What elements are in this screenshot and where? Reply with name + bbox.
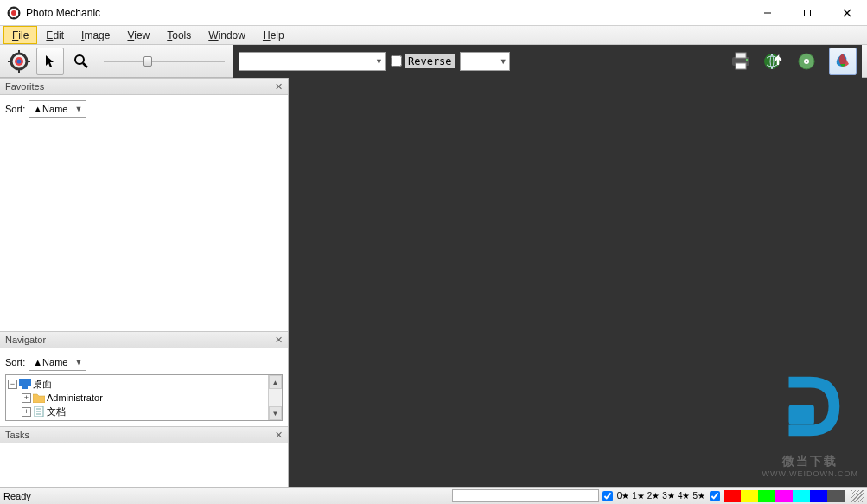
color-swirl-icon xyxy=(833,52,852,71)
zoom-tool-button[interactable] xyxy=(67,48,95,75)
globe-upload-icon xyxy=(763,51,784,72)
tree-label: Administrator xyxy=(47,392,103,403)
status-text: Ready xyxy=(3,491,38,501)
svg-rect-11 xyxy=(8,61,11,62)
navigator-sort-select[interactable]: ▲Name ▼ xyxy=(29,354,86,371)
scroll-up-icon[interactable]: ▲ xyxy=(269,375,282,389)
reverse-toggle[interactable]: Reverse xyxy=(391,54,455,68)
print-button[interactable] xyxy=(727,48,755,75)
titlebar: Photo Mechanic xyxy=(0,0,867,26)
color-swatch-cyan[interactable] xyxy=(793,490,810,502)
maximize-button[interactable] xyxy=(787,0,827,26)
svg-rect-25 xyxy=(22,386,28,389)
folder-icon xyxy=(33,392,45,403)
upload-button[interactable] xyxy=(760,48,787,75)
tree-row-docs[interactable]: + 文档 xyxy=(8,405,280,418)
rating-filter[interactable]: 0★ 1★ 2★ 3★ 4★ 5★ xyxy=(616,491,706,501)
tree-row-desktop[interactable]: − 桌面 xyxy=(8,377,280,391)
navigator-sort-value: ▲Name xyxy=(33,357,67,367)
rating-2[interactable]: 2★ xyxy=(647,491,661,501)
favorites-sort-select[interactable]: ▲Name ▼ xyxy=(29,100,86,118)
tree-scrollbar[interactable]: ▲ ▼ xyxy=(268,375,282,420)
color-swatch-gray[interactable] xyxy=(827,490,845,502)
color-swatch-magenta[interactable] xyxy=(775,490,793,502)
menu-help[interactable]: Help xyxy=(254,26,293,44)
toolbar: ▼ Reverse ▼ xyxy=(0,45,867,78)
color-swatch-red[interactable] xyxy=(724,490,741,502)
tasks-panel-header[interactable]: Tasks ✕ xyxy=(0,426,288,443)
disc-icon xyxy=(797,52,816,71)
menu-image[interactable]: Image xyxy=(73,26,118,44)
tree-label: 桌面 xyxy=(33,378,52,391)
menu-window[interactable]: Window xyxy=(200,26,254,44)
close-icon[interactable]: ✕ xyxy=(275,81,283,93)
menu-view[interactable]: View xyxy=(118,26,158,44)
close-icon[interactable]: ✕ xyxy=(275,430,283,441)
magnifier-icon xyxy=(73,54,89,69)
rating-filter-checkbox[interactable] xyxy=(602,491,613,501)
rating-1[interactable]: 1★ xyxy=(631,491,646,501)
chevron-down-icon: ▼ xyxy=(375,57,383,66)
menu-file[interactable]: File xyxy=(3,26,37,44)
svg-rect-12 xyxy=(27,61,30,62)
favorites-sort-label: Sort: xyxy=(5,104,25,114)
svg-rect-16 xyxy=(736,53,746,58)
rating-5[interactable]: 5★ xyxy=(692,491,706,501)
svg-rect-9 xyxy=(18,50,20,54)
svg-rect-24 xyxy=(19,379,31,386)
svg-point-8 xyxy=(17,59,22,63)
tasks-title: Tasks xyxy=(5,430,29,440)
color-swatch-blue[interactable] xyxy=(810,490,827,502)
preferences-button[interactable] xyxy=(5,48,33,75)
watermark-logo-icon xyxy=(768,364,852,449)
navigator-tree[interactable]: − 桌面 + Administrator + 文档 xyxy=(5,374,283,421)
tree-expand-icon[interactable]: + xyxy=(22,407,31,417)
reverse-label: Reverse xyxy=(405,54,455,68)
burn-disc-button[interactable] xyxy=(793,48,820,75)
main-viewer[interactable]: 微当下载 WWW.WEIDOWN.COM xyxy=(289,78,867,487)
tree-label: 文档 xyxy=(47,405,66,418)
menubar: File Edit Image View Tools Window Help xyxy=(0,26,867,45)
window-title: Photo Mechanic xyxy=(26,7,748,19)
reverse-checkbox[interactable] xyxy=(391,55,402,67)
desktop-icon xyxy=(19,379,31,389)
svg-point-23 xyxy=(806,60,807,61)
color-tool-button[interactable] xyxy=(829,48,857,75)
scroll-down-icon[interactable]: ▼ xyxy=(269,406,282,420)
close-button[interactable] xyxy=(827,0,867,26)
rating-0[interactable]: 0★ xyxy=(616,491,631,501)
navigator-title: Navigator xyxy=(5,335,46,345)
favorites-panel-header[interactable]: Favorites ✕ xyxy=(0,78,288,95)
pointer-tool-button[interactable] xyxy=(36,48,64,75)
chevron-down-icon: ▼ xyxy=(74,358,82,367)
color-swatch-yellow[interactable] xyxy=(741,490,758,502)
svg-point-1 xyxy=(11,10,16,16)
tree-row-admin[interactable]: + Administrator xyxy=(8,391,280,405)
close-icon[interactable]: ✕ xyxy=(275,335,283,346)
tree-expand-icon[interactable]: + xyxy=(22,393,31,403)
cursor-icon xyxy=(43,54,57,68)
color-filter-checkbox[interactable] xyxy=(710,491,720,501)
navigator-panel-header[interactable]: Navigator ✕ xyxy=(0,331,288,348)
printer-icon xyxy=(730,52,752,71)
menu-tools[interactable]: Tools xyxy=(158,26,200,44)
minimize-button[interactable] xyxy=(748,0,787,26)
color-swatch-green[interactable] xyxy=(758,490,775,502)
document-icon xyxy=(33,406,45,417)
rating-3[interactable]: 3★ xyxy=(661,491,676,501)
rating-4[interactable]: 4★ xyxy=(677,491,692,501)
app-icon xyxy=(7,6,21,20)
status-search-input[interactable] xyxy=(452,489,599,502)
tree-collapse-icon[interactable]: − xyxy=(8,380,17,389)
chevron-down-icon: ▼ xyxy=(74,105,82,113)
svg-rect-3 xyxy=(805,10,811,16)
thumbnail-size-slider[interactable] xyxy=(104,53,225,70)
navigator-sort-label: Sort: xyxy=(5,357,25,367)
sort-direction-combo[interactable]: ▼ xyxy=(460,52,510,71)
resize-grip[interactable] xyxy=(851,490,864,502)
chevron-down-icon: ▼ xyxy=(500,57,507,66)
color-filter xyxy=(724,490,845,502)
menu-edit[interactable]: Edit xyxy=(37,26,73,44)
filter-combo[interactable]: ▼ xyxy=(239,52,386,71)
toolbar-right-section: ▼ Reverse ▼ xyxy=(233,45,862,78)
